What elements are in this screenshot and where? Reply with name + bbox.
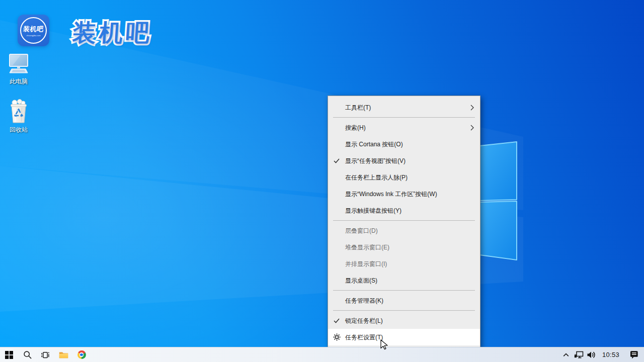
chrome-button[interactable] [72, 347, 91, 362]
menu-item-label: 任务栏设置(T) [345, 333, 480, 342]
menu-item-label: 显示“任务视图”按钮(V) [345, 156, 480, 165]
submenu-arrow-icon [470, 105, 480, 111]
desktop-icon-this-pc[interactable]: 此电脑 [1, 53, 37, 86]
chrome-icon [77, 350, 86, 359]
menu-item-show-people-on-taskbar[interactable]: 在任务栏上显示人脉(P) [328, 169, 480, 186]
brand-tile-text: 装机吧 [23, 25, 44, 34]
menu-item-show-the-desktop[interactable]: 显示桌面(S) [328, 272, 480, 289]
menu-item-label: 层叠窗口(D) [345, 226, 480, 235]
file-explorer-button[interactable] [54, 347, 72, 362]
brand: 装机吧 zhuangjiba.com 装机吧 [18, 15, 152, 49]
menu-separator [333, 117, 475, 118]
network-icon [574, 351, 584, 359]
hidden-icons-button[interactable] [560, 347, 573, 362]
menu-item-label: 工具栏(T) [345, 103, 470, 112]
desktop-icon-label: 此电脑 [10, 77, 28, 86]
search-button[interactable] [18, 347, 36, 362]
menu-item-taskbar-settings[interactable]: 任务栏设置(T) [328, 329, 480, 345]
this-pc-icon [7, 53, 30, 76]
action-center-button[interactable] [624, 347, 644, 362]
clock[interactable]: 10:53 [598, 351, 624, 358]
brand-logo-tile: 装机吧 zhuangjiba.com [18, 15, 49, 46]
menu-item-label: 锁定任务栏(L) [345, 316, 480, 325]
windows-logo-icon [5, 351, 13, 359]
system-tray: 10:53 [560, 347, 644, 362]
action-center-icon [630, 350, 638, 359]
menu-item-show-touch-keyboard-button[interactable]: 显示触摸键盘按钮(Y) [328, 202, 480, 219]
search-icon [23, 350, 32, 359]
menu-item-show-windows-side-by-side: 并排显示窗口(I) [328, 255, 480, 272]
menu-item-label: 显示触摸键盘按钮(Y) [345, 206, 480, 215]
menu-item-label: 显示“Windows Ink 工作区”按钮(W) [345, 190, 480, 199]
desktop-icon-recycle-bin[interactable]: 回收站 [1, 99, 37, 134]
menu-item-label: 显示桌面(S) [345, 276, 480, 285]
menu-item-lock-the-taskbar[interactable]: 锁定任务栏(L) [328, 312, 480, 329]
menu-item-search[interactable]: 搜索(H) [328, 119, 480, 136]
menu-item-show-cortana-button[interactable]: 显示 Cortana 按钮(O) [328, 136, 480, 152]
desktop-icon-label: 回收站 [10, 126, 28, 134]
brand-logo-circle: 装机吧 zhuangjiba.com [20, 17, 47, 44]
recycle-bin-icon [8, 99, 29, 124]
network-button[interactable] [573, 347, 585, 362]
menu-item-label: 堆叠显示窗口(E) [345, 243, 480, 252]
menu-item-show-windows-stacked: 堆叠显示窗口(E) [328, 239, 480, 255]
menu-item-label: 显示 Cortana 按钮(O) [345, 140, 480, 149]
taskbar-buttons [0, 347, 91, 362]
menu-separator [333, 290, 475, 291]
chevron-up-icon [563, 353, 569, 357]
menu-item-label: 搜索(H) [345, 123, 470, 132]
menu-item-task-manager[interactable]: 任务管理器(K) [328, 292, 480, 309]
gear-icon [328, 333, 345, 341]
volume-button[interactable] [585, 347, 598, 362]
menu-separator [333, 220, 475, 221]
task-view-icon [41, 351, 50, 359]
submenu-arrow-icon [470, 125, 480, 131]
file-explorer-icon [59, 351, 68, 359]
task-view-button[interactable] [36, 347, 54, 362]
brand-tile-subtext: zhuangjiba.com [26, 34, 40, 37]
menu-item-cascade-windows: 层叠窗口(D) [328, 222, 480, 239]
menu-item-label: 并排显示窗口(I) [345, 259, 480, 268]
taskbar-context-menu: 工具栏(T) 搜索(H) 显示 Cortana 按钮(O) 显示“任务视图”按钮… [328, 96, 480, 349]
taskbar: 10:53 [0, 347, 644, 362]
checkmark-icon [328, 318, 345, 323]
start-button[interactable] [0, 347, 18, 362]
menu-item-label: 在任务栏上显示人脉(P) [345, 173, 480, 182]
menu-separator [333, 310, 475, 311]
wallpaper-windows-logo [0, 0, 644, 362]
menu-item-label: 任务管理器(K) [345, 296, 480, 305]
checkmark-icon [328, 158, 345, 163]
volume-icon [587, 351, 596, 359]
menu-item-show-windows-ink-workspace-button[interactable]: 显示“Windows Ink 工作区”按钮(W) [328, 186, 480, 202]
brand-title: 装机吧 [71, 17, 153, 49]
menu-item-show-task-view-button[interactable]: 显示“任务视图”按钮(V) [328, 152, 480, 169]
menu-item-toolbars[interactable]: 工具栏(T) [328, 99, 480, 116]
